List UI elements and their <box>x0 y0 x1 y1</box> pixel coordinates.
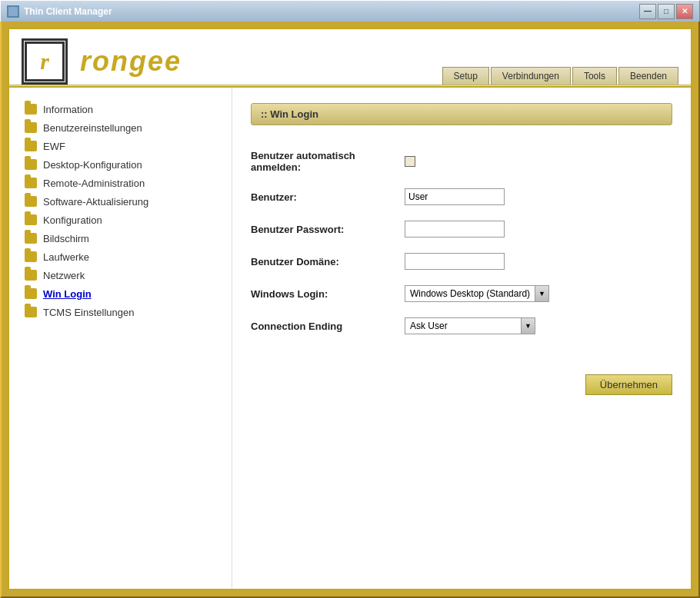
password-input[interactable] <box>405 221 505 238</box>
logo-icon: r <box>22 38 68 85</box>
user-input[interactable] <box>405 188 505 205</box>
windows-login-select[interactable]: Windows Desktop (Standard) ▼ <box>405 285 549 302</box>
title-bar: Thin Client Manager — □ ✕ <box>0 0 700 22</box>
form-area: Benutzer automatisch anmelden: Benutzer: <box>251 144 672 356</box>
sidebar-item-laufwerke[interactable]: Laufwerke <box>18 248 222 266</box>
folder-icon <box>25 141 37 151</box>
folder-icon <box>25 159 37 170</box>
user-label: Benutzer: <box>251 191 405 203</box>
connection-ending-row: Connection Ending Ask User ▼ <box>251 317 672 334</box>
chevron-down-icon[interactable]: ▼ <box>535 286 548 301</box>
folder-icon <box>25 196 37 207</box>
main-content: :: Win Login Benutzer automatisch anmeld… <box>232 88 691 589</box>
auto-login-row: Benutzer automatisch anmelden: <box>251 150 672 173</box>
windows-login-control: Windows Desktop (Standard) ▼ <box>405 285 549 302</box>
tab-setup[interactable]: Setup <box>442 67 489 85</box>
auto-login-control <box>405 156 415 167</box>
windows-login-label: Windows Login: <box>251 288 405 300</box>
top-area: r rongee Setup Verbindungen Tools Beende… <box>9 29 691 86</box>
close-button[interactable]: ✕ <box>676 4 693 19</box>
password-row: Benutzer Passwort: <box>251 221 672 238</box>
sidebar-item-information[interactable]: Information <box>18 100 222 118</box>
connection-ending-value: Ask User <box>405 319 521 333</box>
logo-area: r rongee <box>22 38 182 85</box>
maximize-button[interactable]: □ <box>658 4 675 19</box>
windows-login-row: Windows Login: Windows Desktop (Standard… <box>251 285 672 302</box>
domain-input[interactable] <box>405 253 505 270</box>
sidebar-item-konfiguration[interactable]: Konfiguration <box>18 211 222 229</box>
nav-tabs: Setup Verbindungen Tools Beenden <box>442 67 679 85</box>
window-body: r rongee Setup Verbindungen Tools Beende… <box>0 22 700 598</box>
folder-icon <box>25 104 37 115</box>
domain-label: Benutzer Domäne: <box>251 256 405 267</box>
submit-button[interactable]: Übernehmen <box>585 374 672 395</box>
sidebar-item-desktop-konfiguration[interactable]: Desktop-Konfiguration <box>18 155 222 174</box>
sidebar-item-netzwerk[interactable]: Netzwerk <box>18 266 222 284</box>
sidebar-item-benutzereinstellungen[interactable]: Benutzereinstellungen <box>18 118 222 137</box>
sidebar-item-tcms-einstellungen[interactable]: TCMS Einstellungen <box>18 303 222 321</box>
tab-beenden[interactable]: Beenden <box>618 67 678 85</box>
windows-login-value: Windows Desktop (Standard) <box>405 287 535 301</box>
sidebar: Information Benutzereinstellungen EWF De… <box>9 88 232 589</box>
sidebar-item-win-login[interactable]: Win Login <box>18 284 222 303</box>
tab-tools[interactable]: Tools <box>572 67 617 85</box>
minimize-button[interactable]: — <box>639 4 656 19</box>
folder-icon <box>25 288 37 299</box>
chevron-down-icon[interactable]: ▼ <box>521 318 535 334</box>
logo-text: rongee <box>80 45 182 78</box>
folder-icon <box>25 233 37 244</box>
section-header: :: Win Login <box>251 103 672 125</box>
folder-icon <box>25 307 37 317</box>
password-control <box>405 221 505 238</box>
password-label: Benutzer Passwort: <box>251 224 405 235</box>
auto-login-checkbox[interactable] <box>405 156 415 167</box>
inner-panel: r rongee Setup Verbindungen Tools Beende… <box>8 28 692 590</box>
user-control <box>405 188 505 205</box>
submit-area: Übernehmen <box>251 374 672 395</box>
domain-row: Benutzer Domäne: <box>251 253 672 270</box>
content-area: Information Benutzereinstellungen EWF De… <box>9 86 691 589</box>
folder-icon <box>25 270 37 281</box>
sidebar-item-software-aktualisierung[interactable]: Software-Aktualisierung <box>18 192 222 211</box>
sidebar-nav: Information Benutzereinstellungen EWF De… <box>9 88 232 589</box>
connection-ending-select[interactable]: Ask User ▼ <box>405 317 535 334</box>
tab-verbindungen[interactable]: Verbindungen <box>491 67 571 85</box>
window-title: Thin Client Manager <box>24 6 639 17</box>
window-controls: — □ ✕ <box>639 4 693 19</box>
folder-icon <box>25 122 37 133</box>
sidebar-item-bildschirm[interactable]: Bildschirm <box>18 229 222 248</box>
domain-control <box>405 253 505 270</box>
svg-rect-0 <box>8 7 18 16</box>
auto-login-label: Benutzer automatisch anmelden: <box>251 150 405 173</box>
folder-icon <box>25 214 37 225</box>
folder-icon <box>25 178 37 188</box>
connection-ending-label: Connection Ending <box>251 321 405 332</box>
sidebar-item-remote-administration[interactable]: Remote-Administration <box>18 174 222 192</box>
app-icon <box>7 5 19 18</box>
folder-icon <box>25 251 37 262</box>
connection-ending-control: Ask User ▼ <box>405 317 535 334</box>
user-row: Benutzer: <box>251 188 672 205</box>
sidebar-item-ewf[interactable]: EWF <box>18 137 222 155</box>
